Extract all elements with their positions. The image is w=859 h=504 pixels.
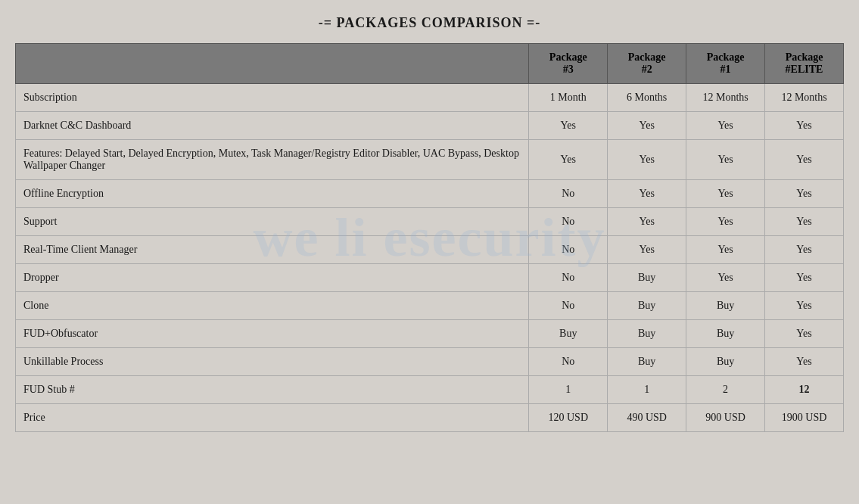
pkg3-cell: No	[529, 208, 608, 236]
pkg1-cell: Yes	[686, 180, 765, 208]
pkgElite-cell: Yes	[765, 320, 844, 348]
table-row: Darknet C&C DashboardYesYesYesYes	[16, 112, 844, 140]
feature-cell: Real-Time Client Manager	[16, 236, 529, 264]
feature-cell: Dropper	[16, 264, 529, 292]
header-pkg2: Package#2	[608, 44, 686, 84]
pkg3-cell: No	[529, 236, 608, 264]
pkg2-cell: Yes	[608, 180, 686, 208]
table-row: FUD+ObfuscatorBuyBuyBuyYes	[16, 320, 844, 348]
pkgElite-cell: Yes	[765, 264, 844, 292]
pkg2-cell: Buy	[608, 348, 686, 376]
header-pkg1: Package#1	[686, 44, 765, 84]
pkg2-cell: Yes	[608, 236, 686, 264]
pkg2-cell: 490 USD	[608, 404, 686, 432]
feature-cell: FUD Stub #	[16, 376, 529, 404]
header-pkg3: Package#3	[529, 44, 608, 84]
pkg2-cell: Buy	[608, 292, 686, 320]
comparison-table-container: we li esecurity Package#3 Package#2 Pack…	[15, 43, 844, 432]
feature-cell: Price	[16, 404, 529, 432]
pkgElite-cell: 12 Months	[765, 84, 844, 112]
pkg3-cell: No	[529, 292, 608, 320]
pkg2-cell: Yes	[608, 140, 686, 180]
table-row: Real-Time Client ManagerNoYesYesYes	[16, 236, 844, 264]
pkg2-cell: 6 Months	[608, 84, 686, 112]
pkg1-cell: Yes	[686, 140, 765, 180]
table-row: SupportNoYesYesYes	[16, 208, 844, 236]
feature-cell: Features: Delayed Start, Delayed Encrypt…	[16, 140, 529, 180]
pkg3-cell: No	[529, 180, 608, 208]
pkg2-cell: Yes	[608, 208, 686, 236]
pkg1-cell: Yes	[686, 236, 765, 264]
pkg2-cell: Yes	[608, 112, 686, 140]
pkg3-cell: No	[529, 348, 608, 376]
pkg2-cell: 1	[608, 376, 686, 404]
feature-cell: Subscription	[16, 84, 529, 112]
pkg3-cell: Yes	[529, 140, 608, 180]
table-row: Price120 USD490 USD900 USD1900 USD	[16, 404, 844, 432]
pkgElite-cell: Yes	[765, 180, 844, 208]
feature-cell: FUD+Obfuscator	[16, 320, 529, 348]
table-row: Offline EncryptionNoYesYesYes	[16, 180, 844, 208]
pkg1-cell: Yes	[686, 112, 765, 140]
feature-cell: Clone	[16, 292, 529, 320]
pkg1-cell: 2	[686, 376, 765, 404]
page-title: -= PACKAGES COMPARISON =-	[15, 8, 844, 43]
pkgElite-cell: Yes	[765, 140, 844, 180]
pkg3-cell: No	[529, 264, 608, 292]
pkgElite-cell: Yes	[765, 292, 844, 320]
pkg3-cell: 1 Month	[529, 84, 608, 112]
table-row: Unkillable ProcessNoBuyBuyYes	[16, 348, 844, 376]
table-row: FUD Stub #11212	[16, 376, 844, 404]
pkg3-cell: Yes	[529, 112, 608, 140]
table-row: CloneNoBuyBuyYes	[16, 292, 844, 320]
feature-cell: Support	[16, 208, 529, 236]
pkg1-cell: Buy	[686, 348, 765, 376]
pkg1-cell: Buy	[686, 320, 765, 348]
pkgElite-cell: Yes	[765, 348, 844, 376]
feature-cell: Offline Encryption	[16, 180, 529, 208]
pkg3-cell: Buy	[529, 320, 608, 348]
pkg1-cell: Yes	[686, 264, 765, 292]
header-pkgElite: Package#ELITE	[765, 44, 844, 84]
pkg1-cell: Buy	[686, 292, 765, 320]
pkg1-cell: 12 Months	[686, 84, 765, 112]
table-row: Features: Delayed Start, Delayed Encrypt…	[16, 140, 844, 180]
pkgElite-cell: 12	[765, 376, 844, 404]
pkg3-cell: 1	[529, 376, 608, 404]
header-feature	[16, 44, 529, 84]
pkg1-cell: Yes	[686, 208, 765, 236]
pkgElite-cell: 1900 USD	[765, 404, 844, 432]
table-row: DropperNoBuyYesYes	[16, 264, 844, 292]
pkgElite-cell: Yes	[765, 236, 844, 264]
pkg2-cell: Buy	[608, 264, 686, 292]
feature-cell: Unkillable Process	[16, 348, 529, 376]
pkgElite-cell: Yes	[765, 208, 844, 236]
pkg1-cell: 900 USD	[686, 404, 765, 432]
pkg3-cell: 120 USD	[529, 404, 608, 432]
table-row: Subscription1 Month6 Months12 Months12 M…	[16, 84, 844, 112]
pkgElite-cell: Yes	[765, 112, 844, 140]
pkg2-cell: Buy	[608, 320, 686, 348]
feature-cell: Darknet C&C Dashboard	[16, 112, 529, 140]
comparison-table: Package#3 Package#2 Package#1 Package#EL…	[15, 43, 844, 432]
